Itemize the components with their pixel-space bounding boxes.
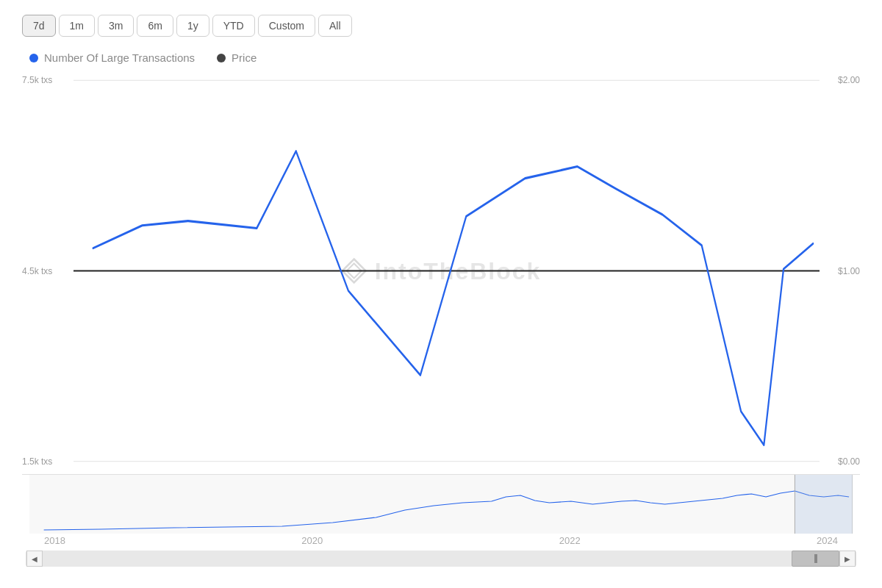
time-range-bar: 7d1m3m6m1yYTDCustomAll [22,15,860,37]
left-arrow-icon: ◀ [32,555,37,563]
thumb-grip [814,554,817,563]
legend-dot-0 [29,54,38,62]
main-chart-svg: 20. Aug 22. Aug 24. Aug 26. Aug 28. Aug … [74,71,820,470]
svg-rect-13 [29,475,853,534]
y-axis-right: $2.00 $1.00 $0.00 [820,71,860,470]
time-btn-1m[interactable]: 1m [59,15,95,37]
time-btn-ytd[interactable]: YTD [212,15,255,37]
right-arrow-icon: ▶ [845,555,850,563]
legend-label-1: Price [232,51,257,64]
y-axis-left: 7.5k txs 4.5k txs 1.5k txs [22,71,74,470]
scroll-track [43,551,839,567]
navigator-labels: 2018 2020 2022 2024 [22,534,860,548]
time-btn-6m[interactable]: 6m [137,15,173,37]
main-container: 7d1m3m6m1yYTDCustomAll Number Of Large T… [0,0,882,588]
y-right-bot: $0.00 [820,456,860,467]
time-btn-1y[interactable]: 1y [176,15,209,37]
nav-year-2020: 2020 [301,535,323,546]
chart-area: 7.5k txs 4.5k txs 1.5k txs $2.00 $1.00 $… [22,71,860,581]
scroll-right-arrow[interactable]: ▶ [839,551,856,567]
nav-year-2022: 2022 [559,535,581,546]
navigator: 2018 2020 2022 2024 ◀ ▶ [22,474,860,581]
y-left-bot: 1.5k txs [22,456,74,467]
y-right-top: $2.00 [820,75,860,85]
y-left-top: 7.5k txs [22,75,74,85]
time-btn-3m[interactable]: 3m [98,15,134,37]
y-left-mid: 4.5k txs [22,266,74,276]
nav-year-2024: 2024 [817,535,838,546]
legend-item-1: Price [217,51,257,64]
navigator-svg [29,475,853,534]
legend: Number Of Large TransactionsPrice [22,51,860,64]
legend-label-0: Number Of Large Transactions [44,51,195,64]
y-right-mid: $1.00 [820,266,860,276]
navigator-scrollbar: ◀ ▶ [26,551,856,567]
time-btn-7d[interactable]: 7d [22,15,56,37]
scroll-thumb[interactable] [792,551,839,567]
svg-rect-14 [795,475,853,534]
legend-item-0: Number Of Large Transactions [29,51,195,64]
main-chart: 7.5k txs 4.5k txs 1.5k txs $2.00 $1.00 $… [22,71,860,470]
scroll-left-arrow[interactable]: ◀ [26,551,43,567]
time-btn-custom[interactable]: Custom [258,15,315,37]
nav-year-2018: 2018 [44,535,65,546]
legend-dot-1 [217,54,226,62]
time-btn-all[interactable]: All [318,15,352,37]
